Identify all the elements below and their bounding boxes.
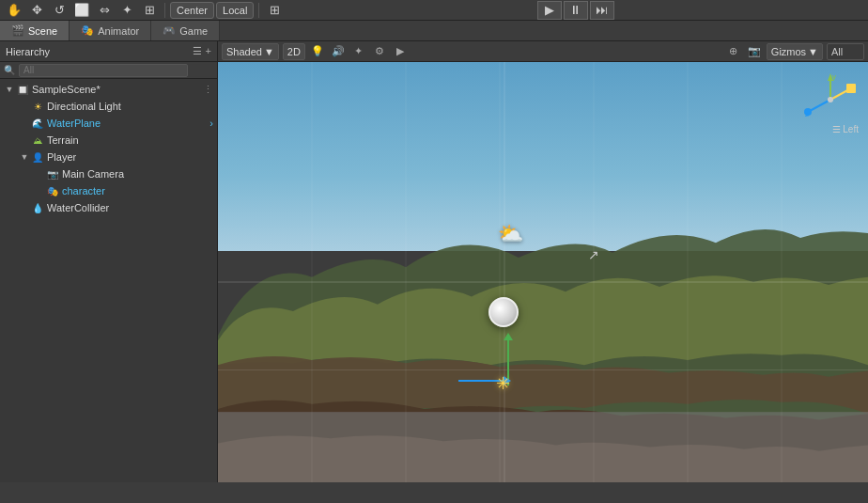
sep2 — [258, 3, 259, 18]
move-tool-btn[interactable]: ✥ — [26, 1, 47, 20]
gizmos-dropdown[interactable]: Gizmos ▼ — [767, 43, 823, 60]
animator-tab-label: Animator — [98, 25, 139, 37]
scene-area: Shaded ▼ 2D 💡 🔊 ✦ ⚙ ▶ ⊕ 📷 Gizmos ▼ — [218, 41, 868, 482]
icon-char: 🎭 — [45, 186, 60, 196]
tab-game[interactable]: 🎮 Game — [151, 21, 220, 40]
svg-rect-0 — [218, 412, 868, 482]
svg-rect-15 — [846, 84, 856, 93]
sep1 — [164, 3, 165, 18]
tree-item-directional-light[interactable]: ☀ Directional Light — [0, 98, 217, 115]
scene-tab-label: Scene — [28, 25, 57, 37]
more-wp[interactable]: › — [209, 118, 213, 129]
main-content: Hierarchy ☰ + 🔍 ▼ 🔲 SampleScene* ⋮ ☀ Dir… — [0, 41, 868, 482]
tree-item-terrain[interactable]: ⛰ Terrain — [0, 132, 217, 149]
hierarchy-title: Hierarchy — [6, 46, 50, 57]
axis-widget[interactable]: y z ☰ Left — [802, 71, 859, 128]
hierarchy-search-bar: 🔍 — [0, 62, 217, 79]
gizmo-tool-btn[interactable]: ⊕ — [725, 43, 742, 60]
label-wc: WaterCollider — [47, 202, 213, 213]
scene-light-btn[interactable]: 💡 — [309, 43, 326, 60]
label-samplescene: SampleScene* — [32, 84, 203, 95]
scene-audio-btn[interactable]: 🔊 — [330, 43, 347, 60]
shading-label: Shaded — [226, 46, 262, 57]
scene-anim-btn[interactable]: ▶ — [392, 43, 409, 60]
svg-point-16 — [828, 97, 833, 102]
label-terrain: Terrain — [47, 134, 213, 146]
center-pill[interactable]: Center — [170, 2, 214, 19]
pause-btn[interactable]: ⏸ — [564, 1, 588, 20]
hierarchy-tree: ▼ 🔲 SampleScene* ⋮ ☀ Directional Light 🌊… — [0, 79, 217, 482]
gizmos-arrow: ▼ — [808, 46, 818, 57]
tab-animator[interactable]: 🎭 Animator — [70, 21, 151, 40]
svg-text:z: z — [805, 110, 809, 118]
cloud-icon: ⛅ — [498, 222, 523, 246]
tab-scene[interactable]: 🎬 Scene — [0, 21, 70, 40]
scene-viewport[interactable]: ⛅ ✳ ↗ — [218, 62, 868, 482]
transform-tool-btn[interactable]: ✦ — [116, 1, 137, 20]
tree-item-character[interactable]: 🎭 character — [0, 182, 217, 199]
hand-tool-btn[interactable]: ✋ — [4, 1, 24, 20]
icon-wp: 🌊 — [30, 118, 45, 129]
svg-text:y: y — [832, 72, 836, 81]
rotate-tool-btn[interactable]: ↺ — [49, 1, 70, 20]
tree-item-samplescene[interactable]: ▼ 🔲 SampleScene* ⋮ — [0, 81, 217, 98]
sun-icon: ✳ — [496, 373, 510, 394]
play-controls: ▶ ⏸ ⏭ — [537, 1, 614, 20]
step-btn[interactable]: ⏭ — [590, 1, 614, 20]
grid-btn[interactable]: ⊞ — [264, 1, 285, 20]
hierarchy-add-icon[interactable]: + — [206, 45, 211, 57]
label-char: character — [62, 185, 213, 196]
tab-bar: 🎬 Scene 🎭 Animator 🎮 Game — [0, 21, 868, 41]
all-input[interactable] — [827, 43, 864, 60]
tree-item-water-collider[interactable]: 💧 WaterCollider — [0, 199, 217, 216]
gizmos-area: ⊕ 📷 Gizmos ▼ — [725, 43, 864, 60]
shading-arrow: ▼ — [264, 46, 274, 57]
mode-dropdown[interactable]: 2D — [283, 43, 305, 60]
label-dl: Directional Light — [47, 101, 213, 112]
scene-toolbar: Shaded ▼ 2D 💡 🔊 ✦ ⚙ ▶ ⊕ 📷 Gizmos ▼ — [218, 41, 868, 62]
scene-fx-btn[interactable]: ✦ — [350, 43, 367, 60]
shading-dropdown[interactable]: Shaded ▼ — [222, 43, 279, 60]
rect-tool-btn[interactable]: ⇔ — [94, 1, 115, 20]
terrain-svg — [218, 62, 868, 482]
scene-skybox-btn[interactable]: ⚙ — [371, 43, 388, 60]
custom-tool-btn[interactable]: ⊞ — [139, 1, 160, 20]
svg-line-12 — [810, 100, 830, 111]
game-tab-icon: 🎮 — [163, 24, 176, 37]
scale-tool-btn[interactable]: ⬜ — [71, 1, 92, 20]
top-toolbar: ✋ ✥ ↺ ⬜ ⇔ ✦ ⊞ Center Local ⊞ ▶ ⏸ ⏭ — [0, 0, 868, 21]
center-label: Center — [177, 5, 208, 16]
hierarchy-panel: Hierarchy ☰ + 🔍 ▼ 🔲 SampleScene* ⋮ ☀ Dir… — [0, 41, 218, 482]
tree-item-main-camera[interactable]: 📷 Main Camera — [0, 165, 217, 182]
icon-wc: 💧 — [30, 203, 45, 213]
play-btn[interactable]: ▶ — [537, 1, 562, 20]
label-cam: Main Camera — [62, 168, 213, 180]
local-pill[interactable]: Local — [216, 2, 254, 19]
icon-dl: ☀ — [30, 102, 45, 112]
label-wp: WaterPlane — [47, 118, 209, 129]
icon-samplescene: 🔲 — [15, 85, 30, 95]
arrow-player: ▼ — [19, 152, 30, 162]
icon-player: 👤 — [30, 152, 45, 163]
icon-cam: 📷 — [45, 169, 60, 180]
local-label: Local — [223, 5, 247, 16]
tree-item-waterplane[interactable]: 🌊 WaterPlane › — [0, 115, 217, 132]
game-tab-label: Game — [179, 25, 208, 37]
water-sphere — [488, 297, 519, 327]
hierarchy-header: Hierarchy ☰ + — [0, 41, 217, 62]
search-icon: 🔍 — [4, 65, 15, 75]
gizmos-label: Gizmos — [771, 46, 806, 57]
tree-item-player[interactable]: ▼ 👤 Player — [0, 149, 217, 165]
icon-terrain: ⛰ — [30, 135, 45, 146]
animator-tab-icon: 🎭 — [81, 24, 94, 37]
more-samplescene[interactable]: ⋮ — [203, 84, 213, 96]
mode-label: 2D — [287, 46, 301, 57]
arrow-samplescene: ▼ — [4, 85, 15, 94]
hierarchy-menu-icon[interactable]: ☰ — [193, 45, 202, 57]
camera-btn[interactable]: 📷 — [746, 43, 763, 60]
label-player: Player — [47, 151, 213, 163]
hierarchy-search-input[interactable] — [19, 64, 188, 77]
scene-tab-icon: 🎬 — [11, 24, 24, 37]
